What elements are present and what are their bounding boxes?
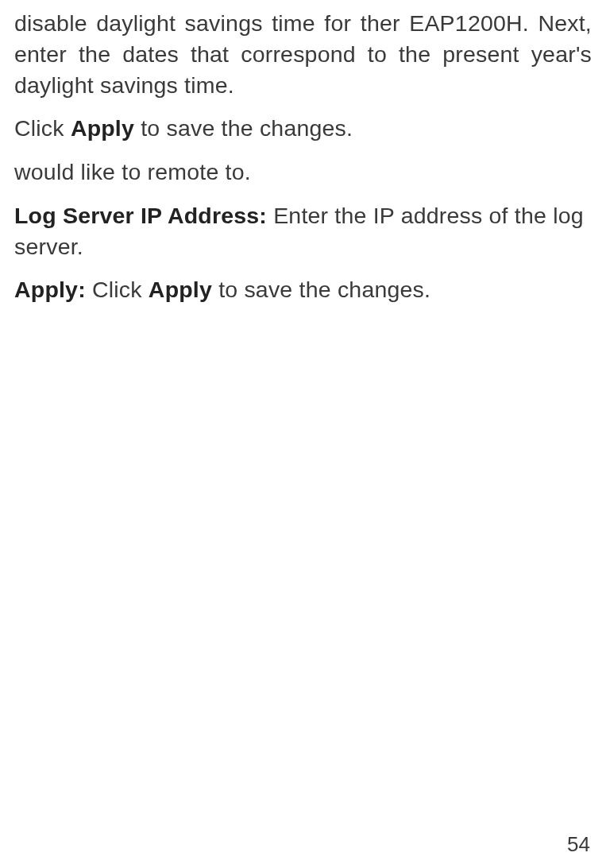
bold-apply-label: Apply: — [14, 277, 86, 302]
text-save-changes-2: to save the changes. — [212, 277, 430, 302]
text-save-changes-1: to save the changes. — [134, 115, 353, 141]
bold-log-server: Log Server IP Address: — [14, 203, 267, 228]
page-number-value: 54 — [567, 832, 590, 856]
page-number: 54 — [567, 832, 590, 857]
text-click-2: Click — [86, 277, 149, 302]
paragraph-log-server: Log Server IP Address: Enter the IP addr… — [14, 200, 592, 262]
text-dst-intro: disable daylight savings time for ther E… — [14, 10, 592, 98]
paragraph-remote: would like to remote to. — [14, 157, 592, 188]
bold-apply-1: Apply — [71, 115, 134, 141]
bold-apply-2: Apply — [149, 277, 212, 302]
text-remote: would like to remote to. — [14, 159, 251, 184]
document-content: disable daylight savings time for ther E… — [14, 8, 592, 305]
text-click: Click — [14, 115, 71, 141]
paragraph-dst-intro: disable daylight savings time for ther E… — [14, 8, 592, 100]
paragraph-apply-2: Apply: Click Apply to save the changes. — [14, 274, 592, 305]
paragraph-apply-1: Click Apply to save the changes. — [14, 113, 592, 144]
